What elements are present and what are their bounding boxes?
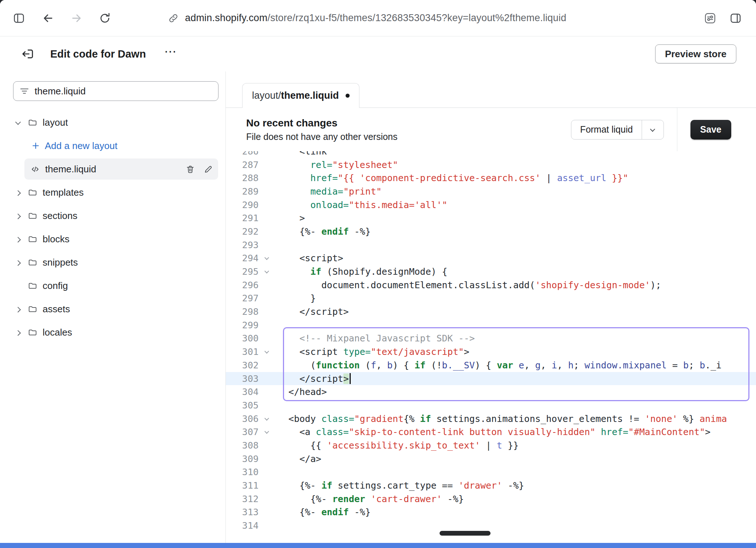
line-number: 287	[226, 160, 259, 170]
code-line-294[interactable]: 294 <script>	[226, 252, 756, 265]
file-sidebar: layoutAdd a new layouttheme.liquidtempla…	[0, 71, 226, 543]
code-line-292[interactable]: 292 {%- endif -%}	[226, 225, 756, 238]
exit-code-editor-button[interactable]	[19, 45, 36, 63]
sidebar-file-theme-liquid[interactable]: theme.liquid	[24, 158, 218, 180]
code-line-312[interactable]: 312 {%- render 'cart-drawer' -%}	[226, 492, 756, 506]
code-line-299[interactable]: 299	[226, 318, 756, 332]
code-text: {%- endif -%}	[275, 507, 371, 517]
code-line-287[interactable]: 287 rel="stylesheet"	[226, 158, 756, 172]
code-line-310[interactable]: 310	[226, 466, 756, 479]
code-line-291[interactable]: 291 >	[226, 211, 756, 225]
sidebar-folder-config[interactable]: config	[13, 274, 218, 297]
line-number: 301	[226, 347, 259, 357]
more-actions-button[interactable]: ⋯	[162, 48, 180, 60]
sidebar-add-new-layout[interactable]: Add a new layout	[24, 134, 218, 157]
folder-icon	[28, 328, 38, 337]
code-text: {%- render 'cart-drawer' -%}	[275, 494, 464, 504]
line-number: 302	[226, 360, 259, 371]
format-options-dropdown[interactable]	[642, 120, 664, 139]
file-search-input[interactable]	[35, 86, 212, 97]
file-tree: layoutAdd a new layouttheme.liquidtempla…	[0, 111, 225, 344]
save-section: Save	[677, 108, 756, 151]
code-line-305[interactable]: 305	[226, 399, 756, 412]
sidebar-folder-sections[interactable]: sections	[13, 204, 218, 227]
code-line-295[interactable]: 295 if (Shopify.designMode) {	[226, 265, 756, 278]
code-line-288[interactable]: 288 href="{{ 'component-predictive-searc…	[226, 171, 756, 185]
chevron-right-icon[interactable]	[13, 261, 28, 265]
save-button[interactable]: Save	[690, 120, 731, 140]
code-line-304[interactable]: 304 </head>	[226, 385, 756, 399]
folder-icon	[28, 118, 38, 128]
code-line-297[interactable]: 297 }	[226, 292, 756, 305]
code-line-309[interactable]: 309 </a>	[226, 452, 756, 466]
code-line-302[interactable]: 302 (function (f, b) { if (!b.__SV) { va…	[226, 359, 756, 372]
code-line-300[interactable]: 300 <!-- Mixpanel Javascript SDK -->	[226, 332, 756, 345]
sidebar-folder-layout[interactable]: layout	[13, 111, 218, 134]
tab-theme-liquid[interactable]: layout/theme.liquid	[242, 83, 359, 108]
code-line-293[interactable]: 293	[226, 238, 756, 252]
plus-icon	[31, 141, 40, 150]
tree-item-label: templates	[43, 187, 84, 198]
tree-item-label: config	[43, 280, 68, 291]
code-line-315[interactable]	[226, 532, 756, 543]
code-line-313[interactable]: 313 {%- endif -%}	[226, 506, 756, 519]
tree-item-label: blocks	[43, 234, 70, 245]
code-line-306[interactable]: 306 <body class="gradient{% if settings.…	[226, 412, 756, 426]
tree-item-label: theme.liquid	[45, 164, 96, 175]
panel-right-toggle-icon[interactable]	[728, 10, 744, 26]
forward-button[interactable]	[68, 10, 84, 26]
sidebar-folder-blocks[interactable]: blocks	[13, 227, 218, 251]
code-editor[interactable]: 286 <link287 rel="stylesheet"288 href="{…	[226, 151, 756, 543]
folder-icon	[28, 234, 38, 244]
code-line-289[interactable]: 289 media="print"	[226, 185, 756, 198]
fold-chevron-icon[interactable]	[259, 257, 275, 260]
chevron-right-icon[interactable]	[13, 307, 28, 311]
code-line-311[interactable]: 311 {%- if settings.cart_type == 'drawer…	[226, 479, 756, 492]
browser-extension-icon[interactable]	[702, 10, 718, 26]
code-line-286[interactable]: 286 <link	[226, 151, 756, 158]
sidebar-folder-locales[interactable]: locales	[13, 321, 218, 344]
sidebar-folder-snippets[interactable]: snippets	[13, 251, 218, 274]
code-line-301[interactable]: 301 <script type="text/javascript">	[226, 345, 756, 359]
sidebar-toggle-icon[interactable]	[11, 10, 27, 26]
code-line-296[interactable]: 296 document.documentElement.classList.a…	[226, 278, 756, 292]
line-number: 286	[226, 151, 259, 157]
delete-file-button[interactable]	[185, 164, 195, 174]
sidebar-folder-templates[interactable]: templates	[13, 181, 218, 204]
folder-icon	[28, 281, 38, 291]
tree-item-label: layout	[43, 117, 68, 128]
code-text: >	[275, 213, 305, 223]
code-line-307[interactable]: 307 <a class="skip-to-content-link butto…	[226, 425, 756, 439]
fold-chevron-icon[interactable]	[259, 270, 275, 273]
browser-chrome: admin.shopify.com/store/rzq1xu-f5/themes…	[0, 0, 756, 36]
format-liquid-button[interactable]: Format liquid	[571, 120, 642, 139]
tree-item-label: snippets	[43, 257, 78, 268]
rename-file-button[interactable]	[203, 164, 213, 174]
code-line-290[interactable]: 290 onload="this.media='all'"	[226, 198, 756, 212]
reload-button[interactable]	[97, 10, 113, 26]
code-text: <link	[275, 151, 327, 157]
chevron-down-icon[interactable]	[13, 121, 28, 125]
code-line-314[interactable]: 314	[226, 519, 756, 532]
preview-store-button[interactable]: Preview store	[655, 44, 736, 63]
chevron-right-icon[interactable]	[13, 214, 28, 218]
fold-chevron-icon[interactable]	[259, 417, 275, 420]
code-line-298[interactable]: 298 </script>	[226, 305, 756, 318]
back-button[interactable]	[40, 10, 56, 26]
address-bar[interactable]: admin.shopify.com/store/rzq1xu-f5/themes…	[168, 12, 566, 24]
chevron-right-icon[interactable]	[13, 330, 28, 334]
tree-item-label: sections	[43, 210, 77, 222]
filter-icon	[19, 86, 29, 96]
fold-chevron-icon[interactable]	[259, 350, 275, 353]
sidebar-folder-assets[interactable]: assets	[13, 297, 218, 321]
code-text: onload="this.media='all'"	[275, 200, 448, 210]
chevron-right-icon[interactable]	[13, 237, 28, 241]
code-line-303[interactable]: 303 </script>	[226, 372, 756, 385]
unsaved-changes-dot	[346, 94, 350, 98]
chevron-right-icon[interactable]	[13, 191, 28, 195]
code-line-308[interactable]: 308 {{ 'accessibility.skip_to_text' | t …	[226, 439, 756, 452]
fold-chevron-icon[interactable]	[259, 430, 275, 434]
file-search-box[interactable]	[13, 81, 218, 101]
folder-icon	[28, 258, 38, 267]
line-number: 292	[226, 226, 259, 237]
